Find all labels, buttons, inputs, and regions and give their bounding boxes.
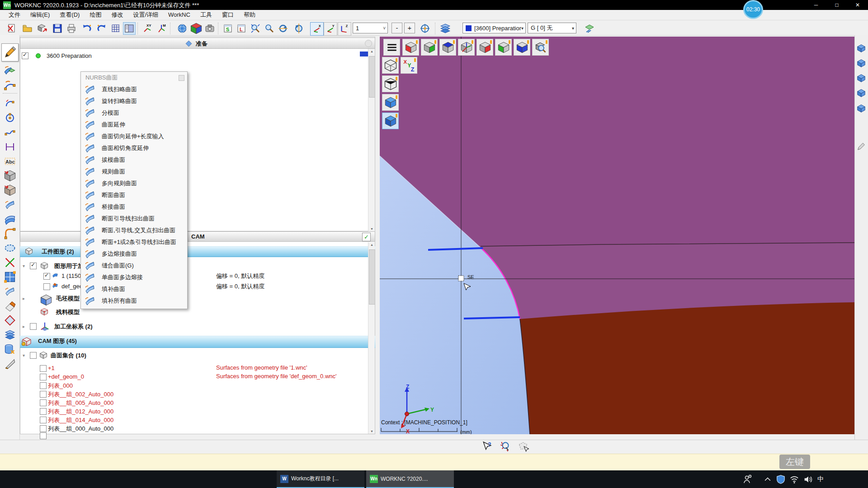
cube-bottom-icon[interactable] <box>514 39 530 56</box>
menu-2[interactable]: 编辑(E) <box>25 10 55 20</box>
axes-xyz-icon[interactable]: XYZ <box>401 57 417 74</box>
window-l-icon[interactable]: L <box>235 22 248 35</box>
view-z-icon[interactable]: Z <box>338 22 351 36</box>
taskbar-app-2[interactable]: WnWORKNC ?2020.... <box>366 470 454 488</box>
geometry-group-dropdown[interactable]: G [ 0] 无▾ <box>528 23 576 33</box>
expand-icon[interactable]: ▸ <box>23 296 28 301</box>
draw-pencil-icon[interactable] <box>1 43 19 61</box>
lasso-cursor-icon[interactable] <box>517 441 529 452</box>
nurbs-menu-item[interactable]: 曲面相切角度延伸 <box>81 142 187 154</box>
nurbs-menu-item[interactable]: 曲面切向延伸+长度输入 <box>81 131 187 142</box>
taskbar-app-1[interactable]: WWorknc教程目录 [... <box>277 470 364 488</box>
panel-menu-button[interactable] <box>365 40 372 47</box>
color-cube-icon[interactable] <box>190 22 203 35</box>
nurbs-menu-item[interactable]: 旋转扫略曲面 <box>81 95 187 107</box>
tree-section-row[interactable]: CAM 图形 (45) <box>20 336 375 348</box>
close-button[interactable]: ✕ <box>847 0 868 10</box>
nurbs-menu-item[interactable]: 断面+1或2条引导线扫出曲面 <box>81 236 187 248</box>
nurbs-menu-item[interactable]: 填补所有曲面 <box>81 295 187 307</box>
ime-indicator[interactable]: 中 <box>817 470 824 488</box>
wire-cube-all-icon[interactable] <box>382 57 399 74</box>
menu-7[interactable]: WorkNC <box>163 10 195 20</box>
confirm-check-button[interactable]: ✓ <box>362 233 371 241</box>
view-state-5-icon[interactable] <box>856 103 866 113</box>
tree-checkbox[interactable] <box>40 391 47 398</box>
nurbs-menu-item[interactable]: 断面曲面 <box>81 189 187 201</box>
annotate-icon[interactable] <box>856 141 866 151</box>
tree-checkbox[interactable] <box>40 425 47 432</box>
circle-icon[interactable] <box>3 111 17 125</box>
tree-checkbox[interactable] <box>40 374 47 380</box>
surface-patch-icon[interactable] <box>3 314 17 327</box>
tree-checkbox[interactable] <box>30 352 37 359</box>
tree-checkbox[interactable] <box>40 417 47 423</box>
viewport-3d[interactable]: Z Y X (mm) SE Context : [MACHINE_POSITIO… <box>380 37 854 434</box>
nurbs-menu-item[interactable]: 单曲面多边熔接 <box>81 272 187 283</box>
cube-right-icon[interactable] <box>421 39 438 56</box>
surface-offset-icon[interactable] <box>3 212 17 226</box>
nurbs-menu-item[interactable]: 填补曲面 <box>81 283 187 295</box>
person-icon[interactable] <box>742 470 753 488</box>
cam-scrollbar[interactable]: ▲ ▼ <box>368 242 375 434</box>
arc-icon[interactable] <box>3 97 17 110</box>
view-y-icon[interactable]: Y <box>324 22 337 36</box>
menu-3[interactable]: 查看(D) <box>55 10 85 20</box>
cube-front-icon[interactable] <box>402 39 419 56</box>
zoom-plus-button[interactable]: + <box>404 23 415 33</box>
scroll-up-arrow[interactable]: ▲ <box>369 50 374 53</box>
workzone-row[interactable]: 3600 Preparation <box>22 51 92 61</box>
save-icon[interactable] <box>51 22 64 35</box>
export-model-icon[interactable] <box>36 22 49 35</box>
wifi-icon[interactable] <box>789 470 799 488</box>
close-icon[interactable] <box>179 75 184 81</box>
dimension-icon[interactable] <box>3 140 17 154</box>
expand-icon[interactable]: ▸ <box>23 324 28 329</box>
view-panels-icon[interactable] <box>123 22 136 35</box>
axes-xy-icon[interactable]: XY <box>141 22 154 35</box>
cube-back-icon[interactable] <box>476 39 493 56</box>
spline-icon[interactable] <box>3 126 17 139</box>
orbit-view-icon[interactable] <box>292 22 305 35</box>
view-state-4-icon[interactable] <box>856 88 866 98</box>
curve-polyline-icon[interactable] <box>3 79 17 92</box>
menu-10[interactable]: 帮助 <box>239 10 260 20</box>
tree-checkbox[interactable] <box>43 283 50 290</box>
zoom-extents-icon[interactable] <box>249 22 262 35</box>
menu-4[interactable]: 绘图 <box>85 10 106 20</box>
view-x-icon[interactable]: X <box>310 22 324 36</box>
view-state-2-icon[interactable] <box>856 58 866 68</box>
nurbs-menu-item[interactable]: 断面引导线扫出曲面 <box>81 213 187 225</box>
grid-icon[interactable] <box>109 22 122 35</box>
menu-5[interactable]: 修改 <box>106 10 128 20</box>
minimize-button[interactable]: ─ <box>806 0 826 10</box>
nurbs-menu-item[interactable]: 直线扫略曲面 <box>81 84 187 95</box>
tree-checkbox[interactable] <box>40 432 47 439</box>
shaded-edges-cube-icon[interactable] <box>382 113 399 129</box>
workplane-icon[interactable] <box>583 22 596 35</box>
scroll-thumb[interactable] <box>369 56 375 98</box>
wire-cube-icon[interactable] <box>382 75 399 92</box>
menu-1[interactable]: 文件 <box>4 10 25 20</box>
speaker-icon[interactable] <box>803 470 813 488</box>
lasso-select-icon[interactable] <box>3 241 17 255</box>
copy-cube-icon[interactable] <box>3 183 17 197</box>
maximize-button[interactable]: □ <box>826 0 847 10</box>
tree-checkbox[interactable] <box>43 273 50 280</box>
knife-split-icon[interactable] <box>3 357 17 371</box>
nurbs-menu-item[interactable]: 桥接曲面 <box>81 201 187 213</box>
cube-left-icon[interactable] <box>495 39 512 56</box>
nurbs-menu-item[interactable]: 缝合曲面(G) <box>81 260 187 272</box>
zoom-step-combo[interactable]: 1˅ <box>353 23 388 33</box>
scroll-down-arrow[interactable]: ▼ <box>369 430 374 433</box>
nurbs-menu-item[interactable]: 拔模曲面 <box>81 154 187 166</box>
surface-extend-icon[interactable] <box>3 285 17 298</box>
tree-checkbox[interactable] <box>30 323 37 330</box>
prep-scrollbar[interactable]: ▲ ▼ <box>368 49 375 231</box>
tree-checkbox[interactable] <box>30 263 37 269</box>
cube-top-icon[interactable] <box>439 39 456 56</box>
scroll-thumb[interactable] <box>369 249 375 305</box>
compass-target-icon[interactable] <box>419 22 431 35</box>
tree-checkbox[interactable] <box>40 382 47 389</box>
undo-icon[interactable] <box>80 22 93 35</box>
menu-6[interactable]: 设置/详细 <box>128 10 163 20</box>
